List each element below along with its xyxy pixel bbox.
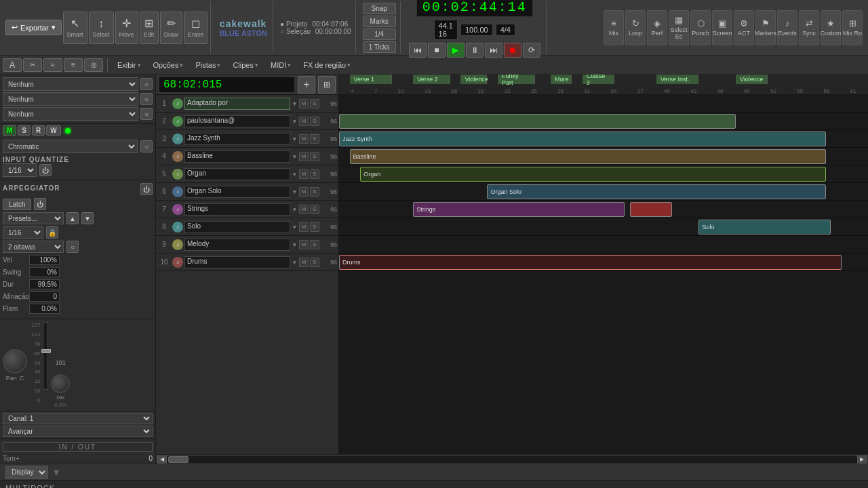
track-icon[interactable]: ♪ [172, 169, 183, 180]
arp-quantize-select[interactable]: 1/16 [3, 226, 43, 239]
custom-button[interactable]: ★ Custom [821, 10, 841, 45]
scrollbar-track[interactable] [167, 456, 857, 463]
track-solo[interactable]: S [310, 187, 319, 197]
chromatic-select[interactable]: Chromatic [3, 140, 138, 153]
track-mute[interactable]: M [299, 187, 309, 197]
track-name[interactable]: Solo [184, 221, 290, 233]
markers-button[interactable]: ⚑ Markers [755, 10, 776, 45]
r-button[interactable]: R [32, 125, 45, 136]
track-arrow[interactable]: ▾ [292, 224, 298, 230]
fast-forward-button[interactable]: ⏭ [485, 43, 502, 58]
track-arrow[interactable]: ▾ [292, 188, 298, 195]
latch-button[interactable]: Latch [3, 199, 31, 210]
track-solo[interactable]: S [310, 134, 319, 144]
instrument-power-2[interactable]: ○ [140, 93, 153, 105]
instrument-select-1[interactable]: Nenhum [3, 77, 138, 91]
clip-block[interactable]: Bassline [350, 149, 826, 164]
track-mute[interactable]: M [299, 152, 309, 161]
sync-button[interactable]: ⇄ Sync [799, 10, 819, 45]
track-name[interactable]: paulosantana@ [184, 115, 290, 127]
smart-tool-button[interactable]: ↖ Smart [63, 12, 87, 44]
track-name[interactable]: Melody [184, 239, 290, 251]
track-icon[interactable]: ♪ [172, 151, 183, 162]
track-arrow[interactable]: ▾ [292, 153, 298, 160]
instrument-power-3[interactable]: ○ [140, 108, 153, 120]
track-icon[interactable]: ♪ [172, 239, 183, 250]
add-track-button[interactable]: + [298, 76, 315, 94]
tool-c-button[interactable]: ≈ [43, 58, 62, 72]
snap-button[interactable]: Snap [363, 3, 396, 14]
track-name[interactable]: Jazz Synth [184, 133, 290, 145]
select-ec-button[interactable]: ▦ Select Ec [669, 10, 689, 45]
track-arrow[interactable]: ▾ [292, 171, 298, 178]
track-name[interactable]: Organ [184, 168, 290, 180]
track-solo[interactable]: S [310, 99, 319, 108]
octaves-power[interactable]: ○ [66, 241, 79, 253]
canal-select[interactable]: Canal: 1 [3, 413, 153, 424]
track-solo[interactable]: S [310, 240, 319, 249]
scroll-left-button[interactable]: ◀ [157, 455, 167, 464]
track-solo[interactable]: S [310, 152, 319, 161]
track-name[interactable]: Adaptado por [184, 98, 290, 110]
volume-fader[interactable] [43, 322, 48, 390]
tool-e-button[interactable]: ◎ [84, 58, 103, 72]
mix-ro-button[interactable]: ⊞ Mix Ro [842, 10, 863, 45]
clip-block[interactable]: Organ Solo [487, 184, 825, 199]
presets-down[interactable]: ▼ [81, 212, 94, 224]
latch-power[interactable]: ⏻ [34, 198, 46, 210]
track-name[interactable]: Drums [184, 256, 290, 268]
loop-toggle-button[interactable]: ⟳ [523, 43, 540, 58]
track-solo[interactable]: S [310, 205, 319, 214]
track-arrow[interactable]: ▾ [292, 100, 298, 107]
clip-block[interactable] [630, 202, 672, 217]
track-mute[interactable]: M [299, 134, 309, 144]
pistas-menu[interactable]: Pistas ▾ [190, 57, 226, 73]
clip-block[interactable]: Organ [360, 167, 825, 182]
track-mute[interactable]: M [299, 205, 309, 214]
collapse-button[interactable]: ⊞ [318, 76, 336, 94]
track-mute[interactable]: M [299, 240, 309, 249]
track-solo[interactable]: S [310, 169, 319, 179]
m-button[interactable]: M [3, 125, 16, 136]
track-mute[interactable]: M [299, 258, 309, 267]
clip-block[interactable]: Drums [339, 255, 842, 270]
tool-a-button[interactable]: A [3, 58, 22, 72]
track-mute[interactable]: M [299, 222, 309, 232]
track-arrow[interactable]: ▾ [292, 136, 298, 142]
track-icon[interactable]: ♪ [172, 222, 183, 232]
track-name[interactable]: Organ Solo [184, 186, 290, 198]
screen-button[interactable]: ▣ Screen [712, 10, 732, 45]
track-arrow[interactable]: ▾ [292, 118, 298, 125]
instrument-power-1[interactable]: ○ [140, 78, 153, 90]
w-button[interactable]: W [46, 125, 60, 136]
track-name[interactable]: Strings [184, 203, 290, 216]
select-tool-button[interactable]: ↕ Select [89, 12, 114, 44]
track-arrow[interactable]: ▾ [292, 259, 298, 266]
track-icon[interactable]: ♪ [172, 186, 183, 197]
track-arrow[interactable]: ▾ [292, 241, 298, 248]
scroll-right-button[interactable]: ▶ [857, 455, 867, 464]
export-button[interactable]: ↩ Exportar ▾ [5, 20, 62, 35]
stop-button[interactable]: ■ [428, 43, 446, 58]
clip-block[interactable] [339, 114, 736, 129]
rewind-button[interactable]: ⏮ [409, 43, 427, 58]
track-icon[interactable]: ♪ [172, 257, 183, 268]
track-icon[interactable]: ♪ [172, 204, 183, 215]
clip-block[interactable]: Strings [413, 202, 625, 217]
track-solo[interactable]: S [310, 222, 319, 232]
track-solo[interactable]: S [310, 258, 319, 267]
avancar-select[interactable]: Avançar [3, 426, 153, 437]
exibir-menu[interactable]: Exibir ▾ [112, 57, 146, 73]
clipes-menu[interactable]: Clipes ▾ [227, 57, 264, 73]
snap-value-button[interactable]: 1/4 [363, 28, 396, 40]
clip-block[interactable]: Solo [698, 220, 831, 235]
track-icon[interactable]: ♪ [172, 134, 183, 144]
ticks-button[interactable]: 1 Ticks [363, 41, 396, 53]
tool-b-button[interactable]: ✂ [23, 58, 42, 72]
horizontal-scrollbar[interactable]: ◀ ▶ [156, 454, 868, 464]
display-select[interactable]: Display [5, 466, 48, 479]
pause-button[interactable]: ⏸ [466, 43, 484, 58]
act-button[interactable]: ⚙ ACT [734, 10, 754, 45]
perf-button[interactable]: ◈ Perf [647, 10, 667, 45]
play-button[interactable]: ▶ [447, 43, 465, 58]
